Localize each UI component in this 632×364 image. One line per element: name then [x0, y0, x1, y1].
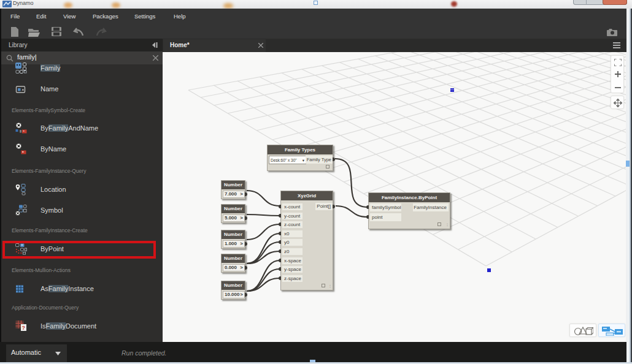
svg-text:?: ?	[22, 325, 26, 331]
